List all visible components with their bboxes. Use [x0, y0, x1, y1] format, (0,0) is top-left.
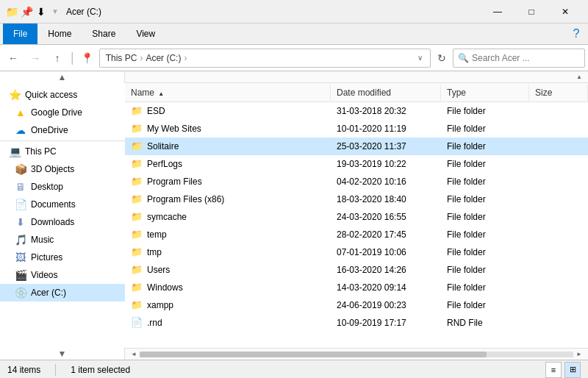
- sidebar-item-thispc[interactable]: 💻 This PC: [0, 143, 125, 160]
- table-row[interactable]: 📁 Program Files 04-02-2020 10:16 File fo…: [125, 173, 588, 190]
- header-type[interactable]: Type: [441, 85, 529, 101]
- pictures-icon: 🖼: [15, 252, 26, 263]
- sidebar-scroll-up[interactable]: ▲: [0, 71, 124, 83]
- breadcrumb-acer[interactable]: Acer (C:): [146, 53, 181, 63]
- cell-type: File folder: [441, 193, 529, 206]
- cell-size: [529, 127, 588, 130]
- tab-file[interactable]: File: [3, 24, 37, 44]
- cell-date: 24-06-2019 00:23: [331, 299, 441, 312]
- address-bar[interactable]: This PC › Acer (C:) › ∨: [99, 49, 431, 68]
- folder-icon: 📁: [131, 105, 143, 116]
- table-row[interactable]: 📁 Users 16-03-2020 14:26 File folder: [125, 261, 588, 279]
- sidebar-item-acerC[interactable]: 💿 Acer (C:): [0, 284, 125, 302]
- cell-date: 19-03-2019 10:22: [331, 157, 441, 171]
- file-icon: 📄: [131, 317, 143, 328]
- table-row[interactable]: 📁 xampp 24-06-2019 00:23 File folder: [125, 296, 588, 314]
- address-dropdown-button[interactable]: ∨: [416, 54, 424, 62]
- sidebar-scroll-down[interactable]: ▼: [0, 348, 124, 360]
- title-folder-icon: 📁: [6, 6, 18, 18]
- nav-bar: ← → ↑ | 📍 This PC › Acer (C:) › ∨ ↻ 🔍: [0, 45, 588, 71]
- file-name: ESD: [147, 106, 165, 116]
- cell-name: 📁 ESD: [125, 104, 331, 118]
- header-size[interactable]: Size: [529, 85, 588, 101]
- back-button[interactable]: ←: [3, 48, 24, 68]
- sidebar-item-quickaccess[interactable]: ⭐ Quick access: [0, 86, 125, 104]
- cell-size: [529, 145, 588, 148]
- cell-size: [529, 163, 588, 165]
- cell-type: File folder: [441, 104, 529, 118]
- list-view-button[interactable]: ≡: [545, 362, 562, 378]
- help-button[interactable]: ?: [567, 25, 585, 43]
- table-row[interactable]: 📄 .rnd 10-09-2019 17:17 RND File: [125, 314, 588, 332]
- sidebar-item-onedrive[interactable]: ☁ OneDrive: [0, 121, 125, 139]
- cell-type: RND File: [441, 316, 529, 329]
- breadcrumb-sep2: ›: [184, 53, 187, 63]
- title-bar: 📁 📌 ⬇ ▼ Acer (C:) — □ ✕: [0, 0, 588, 24]
- quickaccess-icon: ⭐: [9, 89, 21, 101]
- sidebar-item-googledrive[interactable]: ▲ Google Drive: [0, 104, 125, 121]
- sidebar-container: ▲ ⭐ Quick access ▲ Google Drive ☁ OneDri…: [0, 71, 125, 360]
- header-name[interactable]: Name ▲: [125, 85, 331, 101]
- table-row[interactable]: 📁 Solitaire 25-03-2020 11:37 File folder: [125, 138, 588, 155]
- cell-type: File folder: [441, 140, 529, 153]
- status-bar: 14 items 1 item selected ≡ ⊞: [0, 360, 588, 378]
- table-row[interactable]: 📁 tmp 07-01-2019 10:06 File folder: [125, 243, 588, 261]
- maximize-button[interactable]: □: [514, 0, 548, 24]
- up-button[interactable]: ↑: [47, 48, 68, 68]
- cell-type: File folder: [441, 263, 529, 277]
- cell-name: 📁 Program Files (x86): [125, 192, 331, 206]
- table-row[interactable]: 📁 temp 28-02-2020 17:45 File folder: [125, 226, 588, 243]
- sidebar-item-videos[interactable]: 🎬 Videos: [0, 266, 125, 284]
- sidebar-item-3dobjects[interactable]: 📦 3D Objects: [0, 160, 125, 178]
- folder-icon: 📁: [131, 140, 143, 151]
- sidebar-item-documents[interactable]: 📄 Documents: [0, 196, 125, 213]
- details-view-button[interactable]: ⊞: [564, 362, 581, 378]
- nav-separator: |: [71, 50, 74, 65]
- title-bar-icons: 📁 📌 ⬇ ▼: [6, 6, 60, 18]
- sidebar-label-3dobjects: 3D Objects: [31, 164, 74, 174]
- file-name: Program Files: [147, 176, 202, 187]
- table-row[interactable]: 📁 PerfLogs 19-03-2019 10:22 File folder: [125, 155, 588, 173]
- file-name: tmp: [147, 247, 162, 257]
- search-box[interactable]: 🔍: [453, 49, 585, 68]
- sidebar-item-pictures[interactable]: 🖼 Pictures: [0, 249, 125, 266]
- search-input[interactable]: [472, 53, 580, 63]
- table-row[interactable]: 📁 My Web Sites 10-01-2020 11:19 File fol…: [125, 120, 588, 138]
- breadcrumb-thispc[interactable]: This PC: [106, 53, 137, 63]
- file-scroll-bar[interactable]: ◄ ►: [125, 348, 588, 360]
- sidebar-item-downloads[interactable]: ⬇ Downloads: [0, 213, 125, 231]
- tab-share[interactable]: Share: [82, 24, 126, 44]
- cell-size: [529, 180, 588, 183]
- sidebar-item-desktop[interactable]: 🖥 Desktop: [0, 178, 125, 196]
- item-count: 14 items: [7, 365, 40, 375]
- main-area: ▲ ⭐ Quick access ▲ Google Drive ☁ OneDri…: [0, 71, 588, 360]
- cell-type: File folder: [441, 175, 529, 188]
- file-name: .rnd: [147, 318, 162, 328]
- header-date[interactable]: Date modified: [331, 85, 441, 101]
- minimize-button[interactable]: —: [481, 0, 514, 24]
- sidebar-item-music[interactable]: 🎵 Music: [0, 231, 125, 249]
- cell-type: File folder: [441, 157, 529, 171]
- close-button[interactable]: ✕: [548, 0, 582, 24]
- cell-type: File folder: [441, 210, 529, 224]
- acerC-icon: 💿: [15, 287, 26, 299]
- folder-icon: 📁: [131, 123, 143, 134]
- table-row[interactable]: 📁 Program Files (x86) 18-03-2020 18:40 F…: [125, 190, 588, 208]
- cell-size: [529, 286, 588, 289]
- header-date-label: Date modified: [337, 88, 391, 98]
- forward-button[interactable]: →: [25, 48, 46, 68]
- table-row[interactable]: 📁 ESD 31-03-2018 20:32 File folder: [125, 102, 588, 120]
- file-area-container: ▲ Name ▲ Date modified Type Size: [125, 71, 588, 360]
- file-scroll-up[interactable]: ▲: [125, 71, 588, 83]
- table-row[interactable]: 📁 symcache 24-03-2020 16:55 File folder: [125, 208, 588, 226]
- refresh-button[interactable]: ↻: [432, 49, 451, 68]
- tab-home[interactable]: Home: [37, 24, 82, 44]
- cell-size: [529, 233, 588, 236]
- cell-size: [529, 198, 588, 201]
- tab-view[interactable]: View: [126, 24, 165, 44]
- table-row[interactable]: 📁 Windows 14-03-2020 09:14 File folder: [125, 279, 588, 296]
- file-rows: 📁 ESD 31-03-2018 20:32 File folder 📁 My …: [125, 102, 588, 332]
- ribbon-tabs: File Home Share View ?: [0, 24, 588, 44]
- file-name: Windows: [147, 282, 183, 293]
- sidebar: ⭐ Quick access ▲ Google Drive ☁ OneDrive…: [0, 83, 125, 348]
